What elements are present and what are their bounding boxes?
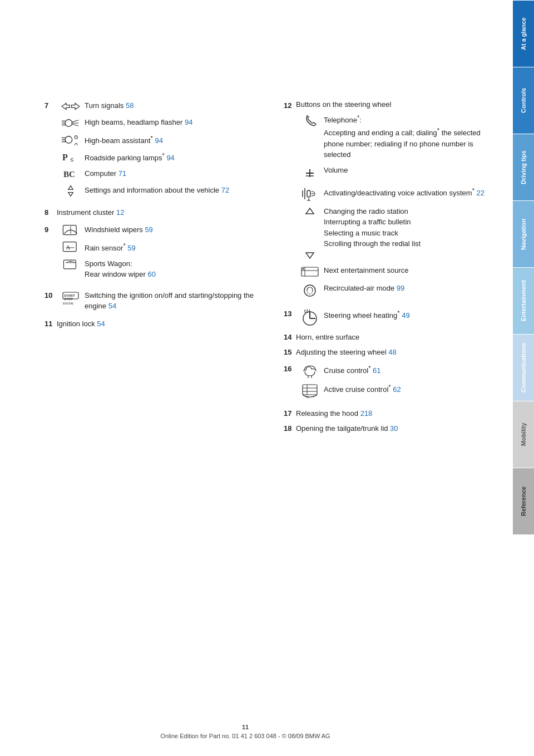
item-12-header: Buttons on the steering wheel [296, 100, 496, 109]
item-10-text: Switching the ignition on/off and starti… [85, 290, 261, 312]
sub-item-parking-lamps: P ≤ Roadside parking lamps* 94 [57, 151, 261, 164]
item-9: 9 Windshiel [44, 224, 261, 284]
cruise-icon [296, 364, 324, 378]
item-14: 14 Horn, entire surface [284, 332, 496, 343]
settings-text: Settings and information about the vehic… [85, 185, 261, 196]
item-number-13: 13 [284, 310, 296, 318]
high-beam-assistant-page[interactable]: 94 [155, 136, 162, 145]
high-beam-assistant-icon [57, 134, 85, 146]
voice-activation-page[interactable]: 22 [477, 189, 484, 197]
svg-point-9 [65, 136, 72, 143]
voice-activation-icon [296, 186, 324, 202]
page-footer: 11 Online Edition for Part no. 01 41 2 6… [0, 724, 491, 739]
sub-item-telephone: Telephone*: Accepting and ending a call;… [296, 113, 496, 160]
volume-text: Volume [324, 165, 496, 176]
item-15-page[interactable]: 48 [388, 348, 396, 356]
entertainment-icon [296, 265, 324, 278]
parking-lamps-page[interactable]: 94 [166, 154, 174, 162]
sub-item-computer: BC Computer 71 [57, 168, 261, 180]
item-11-text: Ignition lock 54 [57, 318, 261, 330]
item-8-page[interactable]: 12 [116, 208, 124, 217]
item-15-text: Adjusting the steering wheel 48 [296, 347, 496, 358]
radio-text: Changing the radio station Interrupting … [324, 206, 496, 249]
turn-signals-page[interactable]: 58 [126, 101, 134, 110]
sidebar-tab-reference[interactable]: Reference [513, 468, 534, 534]
svg-text:ENGINE: ENGINE [63, 302, 74, 305]
computer-icon: BC [57, 168, 85, 180]
sub-item-settings: Settings and information about the vehic… [57, 185, 261, 197]
turn-signals-text: Turn signals 58 [85, 100, 261, 111]
item-number-7: 7 [44, 101, 57, 110]
parking-lamps-text: Roadside parking lamps* 94 [85, 151, 261, 164]
sub-item-wipers: Windshield wipers 59 [57, 224, 261, 237]
ignition-button-icon: START STOP ENGINE [57, 290, 85, 310]
item-number-9: 9 [44, 225, 57, 234]
voice-activation-text: Activating/deactivating voice activation… [324, 186, 496, 199]
svg-text:BC: BC [63, 170, 75, 179]
rain-sensor-text: Rain sensor* 59 [85, 241, 261, 254]
svg-marker-0 [62, 103, 70, 109]
sub-item-rain-sensor: A Rain sensor* 59 [57, 241, 261, 254]
turn-signal-icon [57, 100, 85, 112]
sub-item-air-mode: Recirculated-air mode 99 [296, 283, 496, 298]
settings-icon [57, 185, 85, 197]
radio-down-icon [296, 251, 324, 261]
item-number-14: 14 [284, 333, 296, 341]
rear-wiper-text: Sports Wagon:Rear window wiper 60 [85, 258, 261, 280]
svg-rect-36 [307, 190, 310, 197]
svg-rect-51 [303, 385, 317, 395]
item-number-17: 17 [284, 409, 296, 418]
sidebar-tab-controls[interactable]: Controls [513, 67, 534, 134]
item-10: 10 START STOP ENGINE Switching the ignit… [44, 290, 261, 312]
sidebar-tab-at-a-glance[interactable]: At a glance [513, 0, 534, 67]
svg-line-8 [72, 124, 78, 126]
sidebar-tab-mobility[interactable]: Mobility [513, 401, 534, 468]
item-17-page[interactable]: 218 [360, 409, 373, 418]
wipers-page[interactable]: 59 [145, 225, 152, 234]
sidebar-tab-navigation[interactable]: Navigation [513, 200, 534, 267]
page-number: 11 [0, 724, 491, 730]
sub-item-radio: Changing the radio station Interrupting … [296, 206, 496, 249]
sub-item-rear-wiper: Sports Wagon:Rear window wiper 60 [57, 258, 261, 280]
rear-wiper-icon [57, 258, 85, 271]
active-cruise-page[interactable]: 62 [393, 385, 400, 394]
item-13-page[interactable]: 49 [402, 311, 409, 320]
item-18-page[interactable]: 30 [390, 424, 398, 433]
sub-item-entertainment: Next entertainment source [296, 265, 496, 278]
item-number-18: 18 [284, 424, 296, 433]
svg-text:STOP: STOP [64, 297, 73, 301]
sub-item-volume: Volume [296, 165, 496, 181]
computer-page[interactable]: 71 [118, 169, 126, 178]
sidebar-tab-entertainment[interactable]: Entertainment [513, 267, 534, 334]
svg-text:A: A [66, 244, 71, 251]
sub-item-radio-down [296, 251, 496, 261]
item-number-8: 8 [44, 208, 57, 217]
cruise-page[interactable]: 61 [373, 366, 380, 375]
item-17-text: Releasing the hood 218 [296, 408, 496, 419]
parking-lamps-icon: P ≤ [57, 151, 85, 163]
high-beams-page[interactable]: 94 [185, 118, 192, 126]
item-18-text: Opening the tailgate/trunk lid 30 [296, 423, 496, 434]
settings-page[interactable]: 72 [221, 186, 229, 194]
sidebar-tab-communications[interactable]: Communications [513, 334, 534, 401]
active-cruise-text: Active cruise control* 62 [324, 382, 496, 395]
rain-sensor-page[interactable]: 59 [127, 244, 135, 252]
sub-item-turn-signals: Turn signals 58 [57, 100, 261, 112]
cruise-text: Cruise control* 61 [324, 364, 496, 376]
svg-point-45 [304, 285, 315, 296]
svg-point-13 [75, 136, 77, 139]
svg-line-6 [72, 120, 78, 122]
sub-item-active-cruise: Active cruise control* 62 [296, 382, 496, 398]
item-number-15: 15 [284, 348, 296, 356]
sidebar: At a glance Controls Driving tips Naviga… [513, 0, 534, 756]
item-13: 13 Steering wheel heating* 49 [284, 308, 496, 326]
svg-rect-41 [301, 267, 318, 276]
item-10-page[interactable]: 54 [108, 302, 116, 310]
rear-wiper-page[interactable]: 60 [147, 270, 155, 278]
item-number-10: 10 [44, 291, 57, 300]
high-beams-text: High beams, headlamp flasher 94 [85, 117, 261, 128]
sidebar-tab-driving-tips[interactable]: Driving tips [513, 134, 534, 200]
item-11-page[interactable]: 54 [97, 320, 105, 328]
air-mode-page[interactable]: 99 [397, 284, 404, 292]
sub-item-voice-activation: Activating/deactivating voice activation… [296, 186, 496, 202]
